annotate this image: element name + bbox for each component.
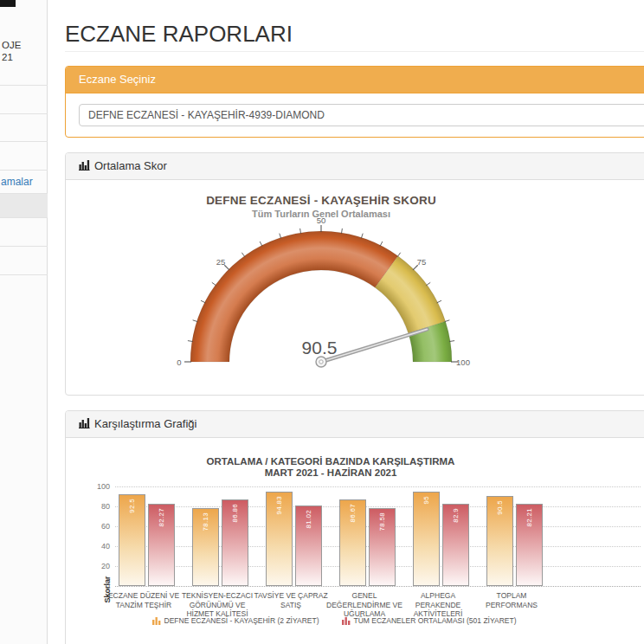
legend-item[interactable]: TÜM ECZANELER ORTALAMASI (501 ZİYARET) bbox=[342, 616, 517, 625]
pharmacy-report-page: { "page": { "title": "ECZANE RAPORLARI" … bbox=[0, 0, 644, 644]
sidebar-item[interactable] bbox=[0, 86, 48, 114]
bar-pharmacy[interactable]: 86.67 bbox=[339, 499, 366, 586]
bar-average[interactable]: 82.27 bbox=[148, 504, 175, 586]
title-divider bbox=[65, 51, 644, 52]
bar-chart-title: ORTALAMA / KATEGORİ BAZINDA KARŞILAŞTIRM… bbox=[66, 456, 596, 467]
sidebar-project-line1: OJE bbox=[2, 39, 21, 51]
bar-value-label: 86.67 bbox=[340, 504, 365, 523]
sidebar-link[interactable]: amalar bbox=[1, 176, 33, 188]
y-axis-tick-label: 0 bbox=[84, 582, 110, 590]
gauge-tick-label: 50 bbox=[317, 216, 326, 225]
bar-chart-icon bbox=[79, 160, 90, 174]
category-label: TAVSİYE VE ÇAPRAZ SATIŞ bbox=[250, 591, 332, 609]
bar-pharmacy[interactable]: 90.5 bbox=[486, 496, 513, 586]
sidebar-project-line2: 21 bbox=[2, 51, 21, 63]
y-axis-tick-label: 60 bbox=[84, 522, 110, 531]
gauge-tick-label: 0 bbox=[177, 357, 181, 367]
gauge-chart-area: DEFNE ECZANESİ - KAYAŞEHİR SKORU Tüm Tur… bbox=[66, 180, 644, 395]
comparison-title: Karşılaştırma Grafiği bbox=[94, 417, 196, 430]
pharmacy-select-header: Eczane Seçiniz bbox=[66, 67, 644, 93]
sidebar-item[interactable]: amalar bbox=[0, 171, 48, 194]
bar-pharmacy[interactable]: 78.13 bbox=[192, 508, 219, 586]
bar-value-label: 95 bbox=[414, 496, 439, 505]
average-score-title: Ortalama Skor bbox=[94, 159, 167, 172]
sidebar-item-selected[interactable] bbox=[0, 194, 48, 218]
sidebar-item[interactable] bbox=[0, 142, 48, 171]
gauge-value: 90.5 bbox=[302, 338, 338, 357]
bar-pharmacy[interactable]: 92.5 bbox=[119, 494, 145, 586]
pharmacy-select-panel: Eczane Seçiniz DEFNE ECZANESİ - KAYAŞEHİ… bbox=[65, 66, 644, 138]
y-axis-tick-label: 40 bbox=[84, 542, 110, 551]
gridline bbox=[115, 486, 641, 487]
gauge-title: DEFNE ECZANESİ - KAYAŞEHİR SKORU bbox=[66, 194, 576, 207]
legend-label: DEFNE ECZANESİ - KAYAŞEHİR (2 ZİYARET) bbox=[164, 616, 319, 625]
gauge-tick bbox=[426, 282, 430, 286]
bar-chart-plot: Skorlar 10080604020092.582.27ECZANE DÜZE… bbox=[115, 486, 641, 586]
y-axis-tick-label: 100 bbox=[84, 482, 110, 491]
gauge-tick bbox=[260, 242, 262, 246]
bar-value-label: 81.02 bbox=[296, 510, 321, 529]
gauge-tick bbox=[212, 282, 216, 286]
bar-average[interactable]: 82.9 bbox=[442, 504, 469, 586]
bar-value-label: 86.86 bbox=[222, 504, 248, 523]
bar-average[interactable]: 81.02 bbox=[295, 506, 322, 586]
y-axis-tick-label: 20 bbox=[84, 562, 110, 570]
legend-bar-chart-icon bbox=[342, 616, 351, 625]
bar-pharmacy[interactable]: 95 bbox=[413, 492, 440, 586]
gauge-pivot-dot bbox=[319, 360, 323, 364]
category-label: GENEL DEĞERLENDİRME VE UĞURLAMA bbox=[324, 591, 405, 619]
sidebar-project-label: OJE 21 bbox=[2, 39, 21, 63]
average-score-header: Ortalama Skor bbox=[66, 153, 644, 180]
bar-value-label: 90.5 bbox=[487, 500, 512, 515]
bar-chart-subtitle: MART 2021 - HAZİRAN 2021 bbox=[66, 467, 596, 478]
sidebar-item[interactable] bbox=[0, 218, 48, 247]
gauge-tick-label: 100 bbox=[456, 357, 470, 367]
bar-average[interactable]: 82.21 bbox=[516, 504, 543, 586]
bar-average[interactable]: 86.86 bbox=[222, 499, 248, 586]
sidebar: OJE 21 amalar bbox=[0, 0, 48, 644]
bar-value-label: 82.27 bbox=[149, 508, 174, 527]
sidebar-menu: amalar bbox=[0, 85, 48, 275]
main-content: ECZANE RAPORLARI Eczane Seçiniz DEFNE EC… bbox=[65, 0, 644, 644]
bar-chart-area: ORTALAMA / KATEGORİ BAZINDA KARŞILAŞTIRM… bbox=[66, 438, 644, 644]
category-label: TOPLAM PERFORMANS bbox=[471, 591, 552, 609]
sidebar-item[interactable] bbox=[0, 247, 48, 275]
bar-value-label: 78.13 bbox=[193, 512, 218, 531]
legend-bar-chart-icon bbox=[152, 616, 161, 625]
bar-pharmacy[interactable]: 94.83 bbox=[266, 492, 293, 586]
gauge-chart: 025507510090.5 bbox=[157, 209, 486, 373]
bar-average[interactable]: 78.58 bbox=[369, 508, 396, 586]
category-label: TEKNİSYEN-ECZACI GÖRÜNÜMÜ VE HİZMET KALİ… bbox=[177, 591, 258, 619]
gridline bbox=[115, 506, 641, 507]
gauge-tick bbox=[397, 253, 401, 257]
comparison-panel: Karşılaştırma Grafiği ORTALAMA / KATEGOR… bbox=[65, 410, 644, 644]
gauge-tick bbox=[242, 253, 245, 257]
pharmacy-select-dropdown[interactable]: DEFNE ECZANESİ - KAYAŞEHİR-4939-DIAMOND bbox=[79, 104, 644, 126]
legend-label: TÜM ECZANELER ORTALAMASI (501 ZİYARET) bbox=[354, 616, 517, 625]
category-label: ECZANE DÜZENİ VE TANZİM TEŞHİR bbox=[103, 591, 184, 609]
category-label: ALPHEGA PERAKENDE AKTİVİTELERİ bbox=[397, 591, 479, 619]
gauge-tick-label: 25 bbox=[216, 257, 226, 267]
legend-item[interactable]: DEFNE ECZANESİ - KAYAŞEHİR (2 ZİYARET) bbox=[152, 616, 319, 625]
comparison-header: Karşılaştırma Grafiği bbox=[66, 411, 644, 438]
average-score-panel: Ortalama Skor DEFNE ECZANESİ - KAYAŞEHİR… bbox=[65, 152, 644, 396]
gauge-tick-label: 75 bbox=[417, 257, 427, 267]
chart-legend: DEFNE ECZANESİ - KAYAŞEHİR (2 ZİYARET)TÜ… bbox=[66, 616, 602, 625]
bar-value-label: 82.9 bbox=[443, 508, 468, 523]
y-axis-tick-label: 80 bbox=[84, 502, 110, 511]
gauge-band bbox=[190, 231, 398, 362]
bar-value-label: 82.21 bbox=[517, 508, 542, 527]
gridline bbox=[115, 586, 641, 587]
bar-value-label: 92.5 bbox=[119, 499, 145, 513]
pharmacy-select-body: DEFNE ECZANESİ - KAYAŞEHİR-4939-DIAMOND bbox=[66, 93, 644, 137]
bar-value-label: 78.58 bbox=[370, 512, 395, 531]
sidebar-item[interactable] bbox=[0, 114, 48, 142]
gauge-tick bbox=[201, 300, 205, 303]
bar-chart-icon bbox=[79, 418, 90, 432]
bar-value-label: 94.83 bbox=[267, 496, 292, 515]
navbar-fragment bbox=[0, 0, 16, 7]
page-title: ECZANE RAPORLARI bbox=[65, 22, 644, 46]
